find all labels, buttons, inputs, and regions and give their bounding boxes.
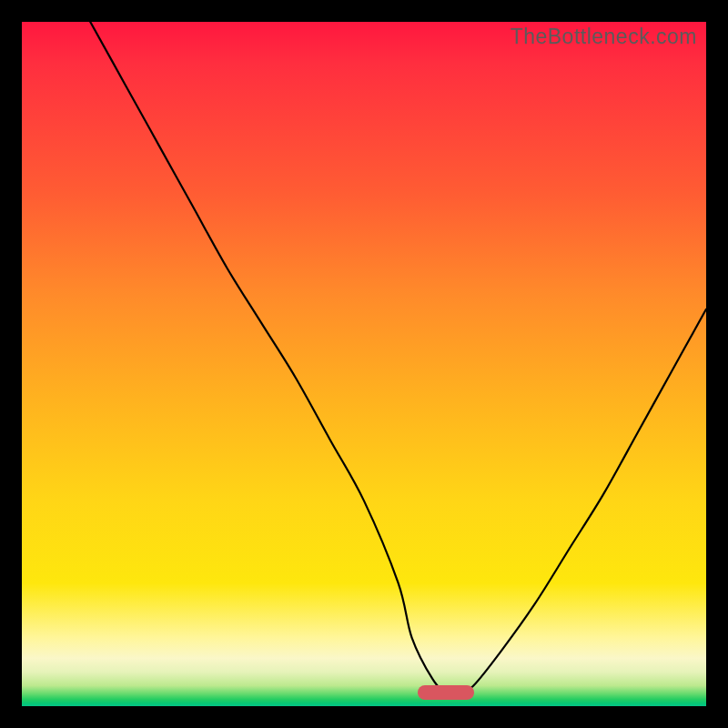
chart-frame: TheBottleneck.com — [0, 0, 728, 728]
optimal-marker — [418, 685, 474, 700]
background-gradient — [22, 22, 706, 706]
watermark-text: TheBottleneck.com — [511, 25, 697, 49]
plot-area: TheBottleneck.com — [22, 22, 706, 706]
